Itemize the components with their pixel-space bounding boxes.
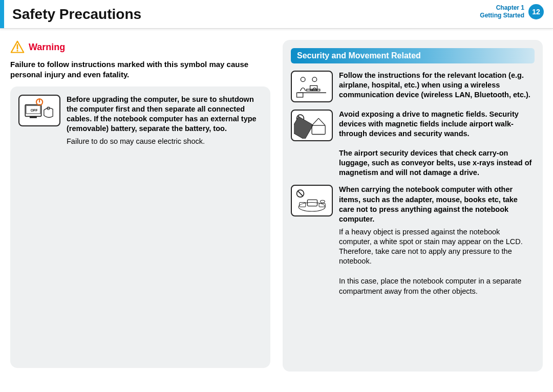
item-bold: Follow the instructions for the relevant… bbox=[339, 71, 535, 100]
item-plain: Failure to do so may cause electric shoc… bbox=[67, 137, 262, 146]
left-panel: OFF Before upgrading the computer, be su… bbox=[10, 86, 270, 368]
chapter-block: Chapter 1 Getting Started 12 bbox=[480, 4, 544, 19]
safety-item-text: Before upgrading the computer, be sure t… bbox=[67, 95, 262, 147]
section-label: Getting Started bbox=[480, 12, 524, 19]
item-plain: In this case, place the notebook compute… bbox=[339, 276, 535, 296]
carrying-items-icon bbox=[291, 185, 333, 216]
svg-point-10 bbox=[312, 77, 317, 82]
svg-point-27 bbox=[321, 201, 325, 203]
warning-description: Failure to follow instructions marked wi… bbox=[10, 59, 270, 80]
svg-text:OFF: OFF bbox=[31, 108, 38, 112]
thumb-spacer bbox=[291, 148, 333, 178]
svg-rect-14 bbox=[296, 93, 303, 97]
content-area: Warning Failure to follow instructions m… bbox=[0, 29, 553, 382]
svg-line-19 bbox=[312, 118, 318, 125]
svg-line-20 bbox=[318, 118, 325, 125]
section-title: Security and Movement Related bbox=[297, 51, 421, 60]
safety-item: The airport security devices that check … bbox=[291, 148, 535, 178]
warning-label: Warning bbox=[29, 42, 65, 53]
chapter-label: Chapter 1 bbox=[480, 4, 524, 12]
section-title-bar: Security and Movement Related bbox=[291, 48, 535, 63]
airplane-hospital-icon bbox=[291, 71, 333, 102]
poweroff-computer-icon: OFF bbox=[18, 95, 60, 126]
svg-rect-5 bbox=[30, 117, 37, 118]
warning-triangle-icon bbox=[10, 40, 25, 54]
right-column: Security and Movement Related bbox=[283, 40, 543, 372]
header-accent bbox=[0, 0, 4, 28]
svg-line-22 bbox=[297, 191, 303, 196]
warning-heading: Warning bbox=[10, 40, 270, 54]
right-panel: Security and Movement Related bbox=[283, 40, 543, 372]
chapter-text: Chapter 1 Getting Started bbox=[480, 4, 524, 19]
safety-item: Avoid exposing a drive to magnetic field… bbox=[291, 110, 535, 141]
item-bold: Before upgrading the computer, be sure t… bbox=[67, 95, 262, 134]
safety-item: Follow the instructions for the relevant… bbox=[291, 71, 535, 102]
page-number-badge: 12 bbox=[528, 4, 544, 19]
safety-item-text: In this case, place the notebook compute… bbox=[339, 273, 535, 296]
item-plain: If a heavy object is pressed against the… bbox=[339, 227, 535, 267]
svg-rect-18 bbox=[312, 125, 325, 134]
page-header: Safety Precautions Chapter 1 Getting Sta… bbox=[0, 0, 553, 29]
safety-item: OFF Before upgrading the computer, be su… bbox=[18, 95, 262, 147]
left-column: Warning Failure to follow instructions m… bbox=[10, 40, 270, 372]
page-title: Safety Precautions bbox=[12, 6, 141, 23]
safety-item: In this case, place the notebook compute… bbox=[291, 273, 535, 296]
safety-item-text: The airport security devices that check … bbox=[339, 148, 535, 178]
svg-rect-17 bbox=[294, 117, 313, 139]
safety-item-text: Avoid exposing a drive to magnetic field… bbox=[339, 110, 535, 141]
item-bold: The airport security devices that check … bbox=[339, 148, 535, 178]
safety-item-text: Follow the instructions for the relevant… bbox=[339, 71, 535, 102]
magnetic-wand-icon bbox=[291, 110, 333, 141]
safety-item: When carrying the notebook computer with… bbox=[291, 185, 535, 266]
thumb-spacer bbox=[291, 273, 333, 296]
item-bold: When carrying the notebook computer with… bbox=[339, 185, 535, 224]
safety-item-text: When carrying the notebook computer with… bbox=[339, 185, 535, 266]
svg-point-1 bbox=[16, 50, 18, 51]
svg-point-9 bbox=[301, 77, 305, 82]
item-bold: Avoid exposing a drive to magnetic field… bbox=[339, 110, 535, 139]
